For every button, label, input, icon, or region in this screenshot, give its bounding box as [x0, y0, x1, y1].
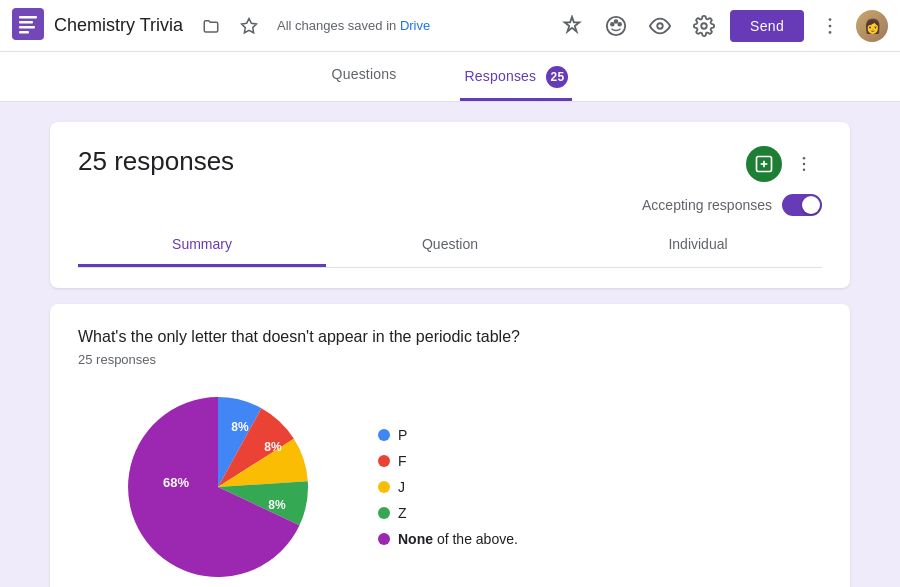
svg-point-19 [803, 163, 806, 166]
svg-marker-5 [242, 18, 257, 32]
question-response-count: 25 responses [78, 352, 822, 367]
chart-legend: P F J Z None of the above. [378, 427, 518, 547]
legend-label-F: F [398, 453, 407, 469]
addon-icon[interactable] [554, 8, 590, 44]
svg-point-14 [829, 31, 832, 34]
legend-dot-F [378, 455, 390, 467]
add-spreadsheet-icon[interactable] [746, 146, 782, 182]
svg-point-8 [615, 20, 618, 23]
svg-rect-4 [19, 31, 29, 34]
star-icon[interactable] [235, 12, 263, 40]
svg-rect-2 [19, 21, 33, 24]
legend-dot-J [378, 481, 390, 493]
pie-label-None: 68% [163, 475, 189, 490]
app-logo [12, 8, 44, 44]
responses-count: 25 responses [78, 146, 234, 177]
legend-item-F: F [378, 453, 518, 469]
legend-label-P: P [398, 427, 407, 443]
accepting-label: Accepting responses [642, 197, 772, 213]
summary-tabs: Summary Question Individual [78, 224, 822, 268]
pie-chart: 8% 8% 8% 68% [118, 387, 318, 587]
more-icon[interactable] [812, 8, 848, 44]
legend-label-None: None of the above. [398, 531, 518, 547]
svg-point-7 [611, 22, 614, 25]
svg-rect-3 [19, 26, 35, 29]
svg-point-20 [803, 169, 806, 172]
pie-label-P: 8% [231, 420, 249, 434]
more-options-icon[interactable] [786, 146, 822, 182]
svg-rect-1 [19, 16, 37, 19]
legend-dot-Z [378, 507, 390, 519]
svg-point-12 [829, 18, 832, 21]
svg-point-11 [701, 23, 707, 29]
tab-questions[interactable]: Questions [328, 52, 401, 101]
question-card: What's the only letter that doesn't appe… [50, 304, 850, 587]
legend-item-P: P [378, 427, 518, 443]
svg-point-9 [618, 22, 621, 25]
accepting-row: Accepting responses [78, 194, 822, 216]
legend-item-Z: Z [378, 505, 518, 521]
svg-point-18 [803, 157, 806, 160]
header-actions: Send 👩 [554, 8, 888, 44]
chart-area: 8% 8% 8% 68% P [78, 387, 822, 587]
app-title: Chemistry Trivia [54, 15, 183, 36]
svg-rect-0 [12, 8, 44, 40]
tab-individual[interactable]: Individual [574, 224, 822, 267]
preview-icon[interactable] [642, 8, 678, 44]
avatar[interactable]: 👩 [856, 10, 888, 42]
tab-summary[interactable]: Summary [78, 224, 326, 267]
responses-overview-card: 25 responses [50, 122, 850, 288]
tab-question[interactable]: Question [326, 224, 574, 267]
palette-icon[interactable] [598, 8, 634, 44]
header-icons [746, 146, 822, 182]
svg-point-13 [829, 24, 832, 27]
save-status: All changes saved in Drive [277, 18, 544, 33]
responses-header: 25 responses [78, 146, 822, 182]
svg-point-10 [657, 23, 663, 29]
folder-icon[interactable] [197, 12, 225, 40]
tabs-bar: Questions Responses 25 [0, 52, 900, 102]
header: Chemistry Trivia All changes saved in Dr… [0, 0, 900, 52]
pie-chart-svg: 8% 8% 8% 68% [118, 387, 318, 587]
pie-label-Z: 8% [268, 498, 286, 512]
legend-item-None: None of the above. [378, 531, 518, 547]
accepting-toggle[interactable] [782, 194, 822, 216]
settings-icon[interactable] [686, 8, 722, 44]
legend-dot-P [378, 429, 390, 441]
send-button[interactable]: Send [730, 10, 804, 42]
legend-label-J: J [398, 479, 405, 495]
pie-label-F: 8% [264, 440, 282, 454]
main-content: 25 responses [0, 102, 900, 587]
question-text: What's the only letter that doesn't appe… [78, 328, 822, 346]
responses-badge: 25 [546, 66, 568, 88]
legend-label-Z: Z [398, 505, 407, 521]
legend-item-J: J [378, 479, 518, 495]
legend-dot-None [378, 533, 390, 545]
tab-responses[interactable]: Responses 25 [460, 52, 572, 101]
